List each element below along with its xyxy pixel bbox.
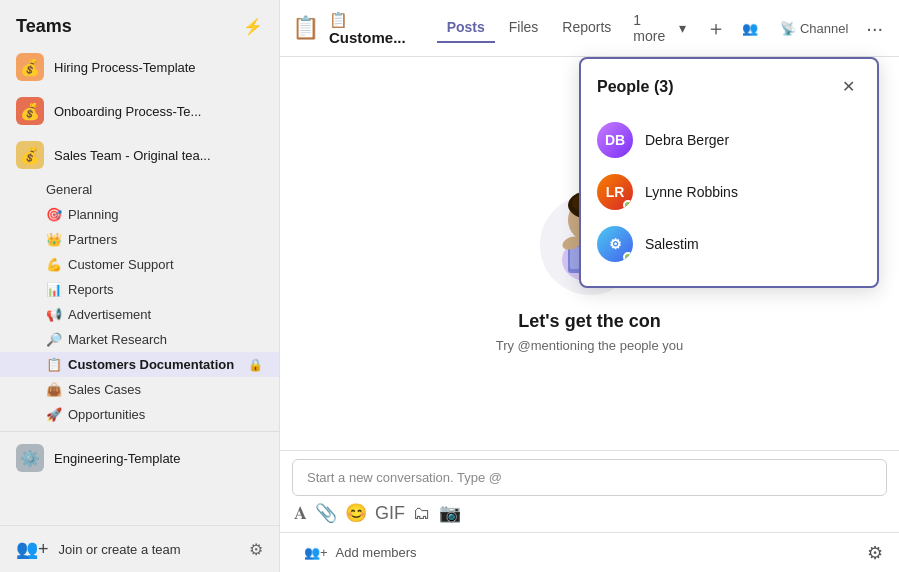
channel-name-reports: Reports	[68, 282, 263, 297]
more-tabs-label: 1 more	[633, 12, 677, 44]
team-item-onboarding[interactable]: 💰 Onboarding Process-Te... ···	[0, 89, 279, 133]
chevron-down-icon: ▾	[679, 20, 686, 36]
team-icon-hiring: 💰	[16, 53, 44, 81]
people-button[interactable]: 👥	[734, 17, 766, 40]
lock-icon: 🔒	[248, 358, 263, 372]
channel-sales-cases[interactable]: 👜 Sales Cases	[0, 377, 279, 402]
tab-files[interactable]: Files	[499, 13, 549, 43]
message-box: Start a new conversation. Type @ 𝐀 📎 😊 G…	[280, 450, 899, 532]
filter-icon[interactable]: ⚡	[243, 17, 263, 36]
add-members-icon: 👥+	[304, 545, 328, 560]
team-name-engineering: Engineering-Template	[54, 451, 240, 466]
empty-state-title: Let's get the con	[518, 311, 660, 332]
channel-button[interactable]: 📡 Channel	[770, 17, 858, 40]
person-name-debra: Debra Berger	[645, 132, 729, 148]
add-tab-icon[interactable]: ＋	[702, 11, 730, 46]
sticker-icon[interactable]: 🗂	[413, 503, 431, 524]
channel-planning[interactable]: 🎯 Planning	[0, 202, 279, 227]
team-icon-engineering: ⚙️	[16, 444, 44, 472]
person-item-debra[interactable]: DB Debra Berger	[597, 114, 861, 166]
avatar-salestim: ⚙	[597, 226, 633, 262]
channel-icon: 📡	[780, 21, 796, 36]
people-popup: People (3) ✕ DB Debra Berger LR Lynne Ro…	[579, 57, 879, 288]
channel-general[interactable]: General	[0, 177, 279, 202]
add-members-button[interactable]: 👥+ Add members	[296, 541, 425, 564]
tab-posts[interactable]: Posts	[437, 13, 495, 43]
channel-settings-icon[interactable]: ⚙	[867, 542, 883, 564]
channel-market[interactable]: 🔎 Market Research	[0, 327, 279, 352]
team-icon-sales: 💰	[16, 141, 44, 169]
main-area: 📋 📋Custome... Posts Files Reports 1 more…	[280, 0, 899, 572]
more-tabs-button[interactable]: 1 more ▾	[625, 8, 694, 48]
channel-advertisement[interactable]: 📢 Advertisement	[0, 302, 279, 327]
person-name-lynne: Lynne Robbins	[645, 184, 738, 200]
team-item-hiring[interactable]: 💰 Hiring Process-Template ···	[0, 45, 279, 89]
channel-emoji-planning: 🎯	[46, 207, 62, 222]
person-name-salestim: Salestim	[645, 236, 699, 252]
channel-list: General 🎯 Planning 👑 Partners 💪 Customer…	[0, 177, 279, 427]
people-icon: 👥	[742, 21, 758, 36]
person-item-lynne[interactable]: LR Lynne Robbins	[597, 166, 861, 218]
channel-name-market: Market Research	[68, 332, 263, 347]
more-options-icon[interactable]: ···	[862, 13, 887, 44]
channel-emoji-customers-doc: 📋	[46, 357, 62, 372]
channel-name-advertisement: Advertisement	[68, 307, 263, 322]
avatar-lynne: LR	[597, 174, 633, 210]
sidebar-title: Teams	[16, 16, 72, 37]
sidebar: Teams ⚡ 💰 Hiring Process-Template ··· 💰 …	[0, 0, 280, 572]
team-item-sales[interactable]: 💰 Sales Team - Original tea... ···	[0, 133, 279, 177]
channel-support[interactable]: 💪 Customer Support	[0, 252, 279, 277]
popup-title: People (3)	[597, 78, 673, 96]
channel-emoji-support: 💪	[46, 257, 62, 272]
channel-name-support: Customer Support	[68, 257, 263, 272]
empty-state-subtitle: Try @mentioning the people you	[496, 338, 684, 353]
popup-header: People (3) ✕	[597, 75, 861, 98]
settings-icon[interactable]: ⚙	[249, 540, 263, 559]
channel-emoji-market: 🔎	[46, 332, 62, 347]
message-input[interactable]: Start a new conversation. Type @	[292, 459, 887, 496]
channel-label: Channel	[800, 21, 848, 36]
channel-name-general: General	[46, 182, 263, 197]
format-icon[interactable]: 𝐀	[294, 503, 307, 524]
channel-name-partners: Partners	[68, 232, 263, 247]
popup-close-button[interactable]: ✕	[836, 75, 861, 98]
person-item-salestim[interactable]: ⚙ Salestim	[597, 218, 861, 270]
channel-name-customers-doc: Customers Documentation	[68, 357, 244, 372]
channel-opportunities[interactable]: 🚀 Opportunities	[0, 402, 279, 427]
channel-emoji-advertisement: 📢	[46, 307, 62, 322]
channel-reports[interactable]: 📊 Reports	[0, 277, 279, 302]
divider	[0, 431, 279, 432]
channel-emoji-reports: 📊	[46, 282, 62, 297]
emoji-icon[interactable]: 😊	[345, 502, 367, 524]
message-toolbar: 𝐀 📎 😊 GIF 🗂 📷	[292, 496, 887, 524]
channel-name-opportunities: Opportunities	[68, 407, 263, 422]
attach-icon[interactable]: 📎	[315, 502, 337, 524]
join-icon: 👥+	[16, 538, 49, 560]
add-members-label: Add members	[336, 545, 417, 560]
sidebar-header: Teams ⚡	[0, 0, 279, 45]
join-label: Join or create a team	[59, 542, 249, 557]
topbar-title: 📋Custome...	[329, 11, 425, 46]
channel-partners[interactable]: 👑 Partners	[0, 227, 279, 252]
avatar-debra: DB	[597, 122, 633, 158]
channel-emoji-partners: 👑	[46, 232, 62, 247]
channel-name-planning: Planning	[68, 207, 263, 222]
team-name-hiring: Hiring Process-Template	[54, 60, 240, 75]
team-name-sales: Sales Team - Original tea...	[54, 148, 240, 163]
team-name-onboarding: Onboarding Process-Te...	[54, 104, 240, 119]
channel-emoji-opportunities: 🚀	[46, 407, 62, 422]
topbar: 📋 📋Custome... Posts Files Reports 1 more…	[280, 0, 899, 57]
channel-name-sales-cases: Sales Cases	[68, 382, 263, 397]
team-item-engineering[interactable]: ⚙️ Engineering-Template ···	[0, 436, 279, 480]
channel-customers-doc[interactable]: 📋 Customers Documentation 🔒	[0, 352, 279, 377]
topbar-channel-icon: 📋	[292, 15, 319, 41]
video-icon[interactable]: 📷	[439, 502, 461, 524]
channel-emoji-sales-cases: 👜	[46, 382, 62, 397]
tab-reports[interactable]: Reports	[552, 13, 621, 43]
join-team-button[interactable]: 👥+ Join or create a team ⚙	[0, 525, 279, 572]
team-icon-onboarding: 💰	[16, 97, 44, 125]
gif-icon[interactable]: GIF	[375, 503, 405, 524]
bottom-bar: 👥+ Add members ⚙	[280, 532, 899, 572]
